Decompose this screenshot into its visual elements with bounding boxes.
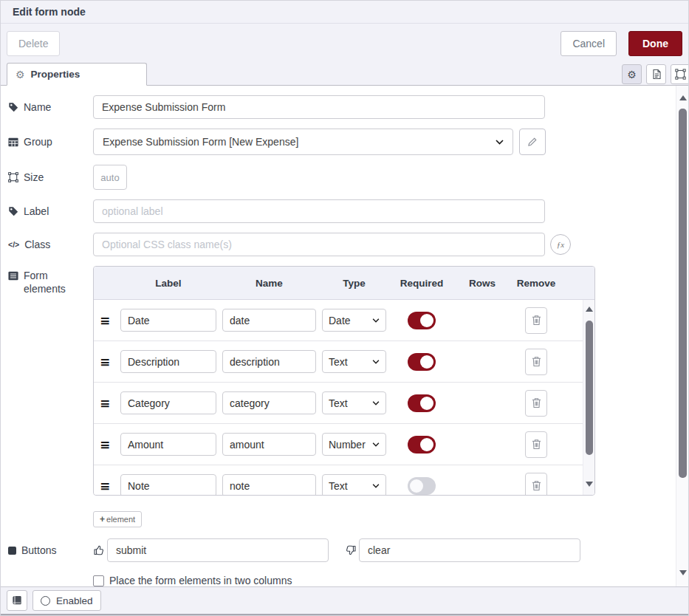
class-input[interactable] (93, 233, 545, 256)
square-icon (8, 547, 16, 555)
list-alt-icon (8, 271, 18, 281)
element-name-input[interactable] (222, 350, 316, 373)
submit-button-label-input[interactable] (107, 538, 329, 562)
column-name: Name (219, 278, 319, 289)
group-row: Group Expense Submission Form [New Expen… (8, 129, 689, 155)
edit-group-button[interactable] (519, 129, 546, 155)
style-expression-button[interactable]: ƒx (550, 234, 571, 255)
object-group-icon (8, 172, 18, 182)
form-element-row: ≡ Number (94, 424, 594, 465)
form-element-row: ≡ Text (94, 465, 594, 495)
gear-icon: ⚙ (627, 69, 637, 81)
element-label-input[interactable] (120, 350, 216, 373)
drag-handle-icon[interactable]: ≡ (100, 355, 117, 369)
tab-properties[interactable]: ⚙ Properties (7, 63, 147, 86)
drag-handle-icon[interactable]: ≡ (100, 479, 117, 493)
scroll-down-arrow-icon[interactable] (679, 570, 687, 575)
buttons-row: Buttons (8, 538, 689, 562)
dialog-footer: Enabled (1, 586, 689, 615)
element-type-select[interactable]: Number (322, 433, 386, 456)
chevron-down-icon (372, 484, 380, 488)
form-elements-scroll-area: ≡ Date ≡ (94, 300, 594, 495)
node-properties-button[interactable]: ⚙ (622, 64, 642, 84)
element-name-input[interactable] (222, 391, 316, 414)
document-icon (651, 69, 662, 80)
drag-handle-icon[interactable]: ≡ (100, 396, 117, 411)
trash-icon (532, 356, 541, 367)
chevron-down-icon (372, 442, 380, 447)
thumbs-up-icon (93, 544, 105, 556)
element-name-input[interactable] (222, 474, 316, 495)
element-type-select[interactable]: Text (322, 391, 386, 414)
node-description-button[interactable] (646, 64, 666, 84)
element-label-input[interactable] (120, 391, 216, 414)
form-element-row: ≡ Text (94, 383, 594, 424)
scroll-down-arrow-icon[interactable] (586, 482, 593, 487)
element-name-input[interactable] (222, 309, 316, 332)
element-type-select[interactable]: Text (322, 474, 386, 495)
element-label-input[interactable] (120, 309, 216, 332)
trash-icon (532, 480, 541, 491)
scroll-up-arrow-icon[interactable] (679, 95, 687, 100)
class-label: </> Class (8, 238, 93, 251)
element-type-value: Text (329, 480, 348, 492)
remove-element-button[interactable] (525, 307, 547, 334)
show-help-button[interactable] (7, 590, 27, 611)
enabled-label: Enabled (56, 595, 93, 606)
object-group-icon (675, 69, 686, 80)
dialog-header: Edit form node (1, 1, 688, 24)
trash-icon (532, 315, 541, 326)
remove-element-button[interactable] (525, 349, 547, 375)
required-toggle[interactable] (408, 477, 436, 495)
table-scrollbar-thumb[interactable] (586, 321, 593, 455)
element-type-value: Text (329, 356, 348, 368)
element-type-select[interactable]: Text (322, 350, 386, 373)
required-toggle[interactable] (408, 312, 436, 329)
required-toggle[interactable] (408, 436, 436, 454)
add-element-button[interactable]: + element (93, 511, 142, 527)
size-button[interactable]: auto (93, 165, 127, 190)
group-select-value: Expense Submission Form [New Expense] (103, 136, 298, 148)
column-label: Label (117, 278, 219, 289)
panel-scrollbar[interactable] (676, 86, 688, 587)
drag-handle-icon[interactable]: ≡ (100, 313, 117, 328)
table-icon (8, 137, 18, 147)
form-element-row: ≡ Text (94, 341, 594, 383)
drag-handle-icon[interactable]: ≡ (100, 437, 117, 452)
tag-icon (8, 206, 18, 216)
label-input[interactable] (93, 199, 545, 223)
form-elements-label: Form elements (8, 266, 93, 295)
cancel-button[interactable]: Cancel (561, 31, 617, 56)
node-appearance-button[interactable] (671, 64, 689, 84)
group-label: Group (8, 135, 93, 148)
chevron-down-icon (496, 140, 504, 145)
two-columns-label: Place the form elements in two columns (109, 575, 292, 586)
element-name-input[interactable] (222, 433, 316, 456)
group-select[interactable]: Expense Submission Form [New Expense] (93, 129, 513, 155)
pencil-icon (527, 137, 538, 147)
element-label-input[interactable] (120, 433, 216, 456)
remove-element-button[interactable] (525, 431, 547, 458)
element-label-input[interactable] (120, 474, 216, 495)
scroll-up-arrow-icon[interactable] (586, 307, 593, 312)
table-scrollbar[interactable] (583, 300, 594, 495)
tab-actions: ⚙ (622, 64, 689, 84)
clear-button-label-input[interactable] (359, 538, 580, 562)
form-elements-rows: ≡ Date ≡ (94, 300, 594, 495)
label-label: Label (8, 205, 93, 218)
panel-scrollbar-thumb[interactable] (679, 109, 687, 478)
required-toggle[interactable] (408, 394, 436, 412)
delete-button[interactable]: Delete (7, 31, 60, 56)
name-input[interactable] (93, 95, 545, 119)
column-type: Type (319, 278, 389, 289)
required-toggle[interactable] (408, 353, 436, 371)
size-row: Size auto (8, 165, 689, 190)
element-type-value: Text (329, 397, 348, 409)
column-remove: Remove (510, 278, 562, 289)
element-type-select[interactable]: Date (322, 309, 386, 332)
remove-element-button[interactable] (525, 473, 547, 496)
remove-element-button[interactable] (525, 390, 547, 417)
enabled-toggle-button[interactable]: Enabled (32, 590, 101, 611)
done-button[interactable]: Done (628, 31, 682, 56)
two-columns-checkbox[interactable] (93, 575, 104, 586)
